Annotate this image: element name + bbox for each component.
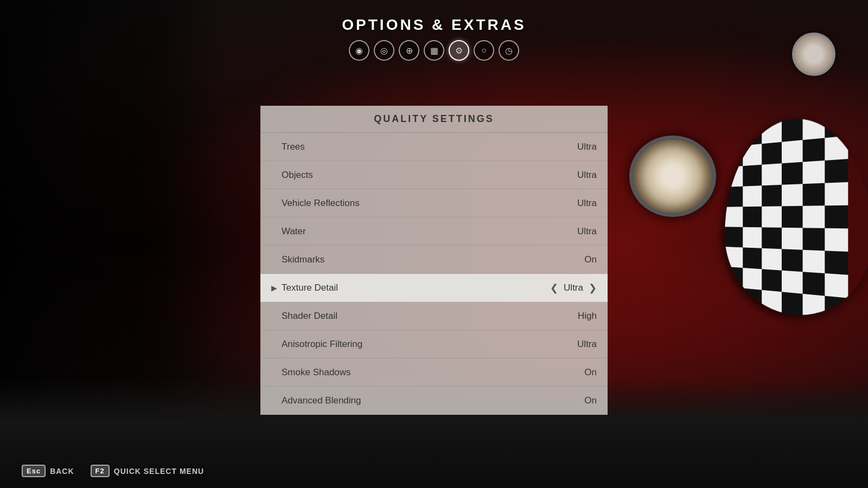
setting-value: High	[578, 311, 597, 322]
settings-row[interactable]: ▶WaterUltra	[260, 217, 608, 246]
nav-icon-4[interactable]: ▦	[424, 40, 444, 61]
panel-title: QUALITY SETTINGS	[260, 106, 608, 133]
setting-value: On	[584, 395, 597, 406]
nav-icon-2[interactable]: ◎	[374, 40, 394, 61]
setting-label: Shader Detail	[282, 311, 578, 322]
nav-icons-bar: ◉◎⊕▦⚙○◷	[0, 40, 868, 61]
nav-icon-7[interactable]: ◷	[499, 40, 519, 61]
settings-row[interactable]: ▶Advanced BlendingOn	[260, 387, 608, 415]
value-decrease-button[interactable]: ❮	[550, 282, 558, 294]
settings-row[interactable]: ▶Anisotropic FilteringUltra	[260, 330, 608, 358]
setting-value: On	[584, 367, 597, 378]
setting-value: Ultra	[577, 226, 597, 237]
setting-label: Objects	[282, 170, 577, 181]
setting-value: Ultra	[577, 142, 597, 152]
setting-label: Water	[282, 226, 577, 237]
nav-icon-6[interactable]: ○	[474, 40, 494, 61]
setting-label: Advanced Blending	[282, 395, 584, 406]
setting-value: On	[584, 254, 597, 265]
settings-row[interactable]: ▶Vehicle ReflectionsUltra	[260, 189, 608, 217]
key-badge: F2	[91, 465, 110, 477]
nav-icon-5[interactable]: ⚙	[449, 40, 469, 61]
setting-label: Vehicle Reflections	[282, 198, 577, 209]
value-increase-button[interactable]: ❯	[589, 282, 597, 294]
settings-list: ▶TreesUltra▶ObjectsUltra▶Vehicle Reflect…	[260, 133, 608, 415]
setting-label: Smoke Shadows	[282, 367, 584, 378]
nav-icon-3[interactable]: ⊕	[399, 40, 419, 61]
bottom-bar: EscBACKF2QUICK SELECT MENU	[22, 465, 204, 477]
setting-value: ❮Ultra❯	[550, 282, 597, 294]
setting-label: Anisotropic Filtering	[282, 339, 577, 350]
row-selected-arrow: ▶	[271, 284, 277, 292]
control-label: BACK	[50, 467, 74, 476]
ui-layer: OPTIONS & EXTRAS ◉◎⊕▦⚙○◷ QUALITY SETTING…	[0, 0, 868, 488]
nav-icon-1[interactable]: ◉	[349, 40, 369, 61]
setting-value-text: Ultra	[564, 282, 583, 293]
bottom-control-2[interactable]: F2QUICK SELECT MENU	[91, 465, 205, 477]
page-title: OPTIONS & EXTRAS	[0, 0, 868, 34]
control-label: QUICK SELECT MENU	[114, 467, 204, 476]
bottom-control-1[interactable]: EscBACK	[22, 465, 74, 477]
key-badge: Esc	[22, 465, 46, 477]
setting-value: Ultra	[577, 339, 597, 350]
settings-panel: QUALITY SETTINGS ▶TreesUltra▶ObjectsUltr…	[260, 106, 608, 415]
setting-label: Skidmarks	[282, 254, 584, 265]
settings-row[interactable]: ▶Shader DetailHigh	[260, 302, 608, 330]
setting-value: Ultra	[577, 198, 597, 209]
settings-row[interactable]: ▶ObjectsUltra	[260, 161, 608, 189]
settings-row[interactable]: ▶Texture Detail❮Ultra❯	[260, 274, 608, 302]
setting-label: Trees	[282, 142, 577, 152]
setting-value: Ultra	[577, 170, 597, 181]
settings-row[interactable]: ▶SkidmarksOn	[260, 246, 608, 274]
settings-row[interactable]: ▶Smoke ShadowsOn	[260, 358, 608, 387]
settings-row[interactable]: ▶TreesUltra	[260, 133, 608, 161]
setting-label: Texture Detail	[282, 282, 550, 293]
